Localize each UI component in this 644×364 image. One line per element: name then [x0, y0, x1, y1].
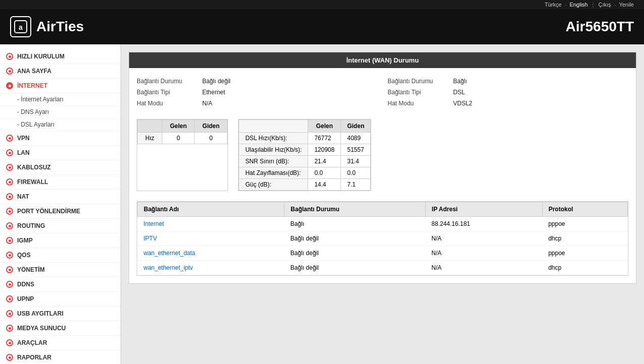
dsl-row-3: Hat Zayıflaması(dB): 0.0 0.0 [239, 167, 371, 179]
lang-english[interactable]: English [569, 2, 588, 8]
connection-table-row: IPTV Bağlı değil N/A dhcp [138, 231, 628, 246]
main-content: İnternet (WAN) Durumu Bağlantı Durumu Ba… [121, 44, 644, 364]
sidebar-subitem-internet-ayarlari[interactable]: - İnternet Ayarları [0, 93, 121, 106]
sidebar-item-firewall[interactable]: FIREWALL [0, 175, 121, 190]
bullet-icon [6, 252, 13, 259]
yenile-link[interactable]: Yenile [619, 2, 634, 8]
bullet-icon [6, 281, 13, 288]
sidebar-item-upnp[interactable]: UPNP [0, 292, 121, 307]
connection-name-cell: IPTV [138, 231, 284, 246]
sidebar-item-lan[interactable]: LAN [0, 146, 121, 160]
bullet-icon [6, 339, 13, 346]
sidebar-item-raporlar[interactable]: RAPORLAR [0, 350, 121, 364]
connection-table: Bağlantı Adı Bağlantı Durumu IP Adresi P… [137, 201, 628, 276]
sidebar-item-yonetim[interactable]: YÖNETİM [0, 263, 121, 277]
bullet-icon [6, 53, 13, 60]
giden-header: Giden [195, 120, 227, 133]
lang-turkce[interactable]: Türkçe [545, 2, 562, 8]
cikis-link[interactable]: Çıkış [599, 2, 611, 8]
connection-durum-cell: Bağlı değil [284, 261, 426, 275]
sidebar-item-hizli-kurulum[interactable]: HIZLI KURULUM [0, 49, 121, 64]
hiz-label: Hız [138, 133, 162, 144]
ethernet-speed-table: Gelen Giden Hız 0 0 [137, 119, 228, 191]
speed-tables: Gelen Giden Hız 0 0 [137, 119, 628, 191]
bullet-icon [6, 149, 13, 156]
logo-area: a AirTies [10, 16, 84, 37]
status-grid: Bağlantı Durumu Bağlı değil Bağlantı Tip… [137, 76, 628, 109]
dsl-row-2: SNR Sınırı (dB): 21.4 31.4 [239, 156, 371, 167]
sidebar-item-routing[interactable]: ROUTING [0, 219, 121, 233]
connection-table-row: wan_ethernet_iptv Bağlı değil N/A dhcp [138, 261, 628, 275]
sidebar-item-igmp[interactable]: IGMP [0, 233, 121, 248]
dsl-row-1: Ulaşılabilir Hız(Kb/s): 120908 51557 [239, 144, 371, 156]
sidebar-item-kablosuz[interactable]: KABLOSUZ [0, 160, 121, 175]
sidebar-item-medya-sunucu[interactable]: MEDYA SUNUCU [0, 321, 121, 336]
bullet-icon [6, 68, 13, 75]
panel-header: İnternet (WAN) Durumu [129, 52, 636, 68]
device-model: Air5650TT [566, 19, 634, 35]
hiz-gelen: 0 [162, 133, 195, 144]
bullet-icon [6, 266, 13, 273]
bullet-icon [6, 135, 13, 142]
connection-durum-cell: Bağlı [284, 217, 426, 231]
connection-ip-cell: 88.244.16.181 [426, 217, 543, 231]
sidebar: HIZLI KURULUM ANA SAYFA İNTERNET - İnter… [0, 44, 121, 364]
connection-protokol-cell: dhcp [542, 231, 627, 246]
right-baglanti-durumu-row: Bağlantı Durumu Bağlı [388, 76, 629, 87]
sidebar-subitem-dsl-ayarlari[interactable]: - DSL Ayarları [0, 118, 121, 131]
hiz-giden: 0 [195, 133, 227, 144]
gelen-header: Gelen [162, 120, 195, 133]
bullet-icon [6, 164, 13, 171]
connection-table-row: Internet Bağlı 88.244.16.181 pppoe [138, 217, 628, 231]
bullet-icon [6, 354, 13, 361]
dsl-giden-header: Giden [341, 120, 371, 133]
sidebar-item-araclar[interactable]: ARAÇLAR [0, 336, 121, 350]
sidebar-item-usb-aygitlari[interactable]: USB AYGITLARI [0, 307, 121, 321]
connection-name-link[interactable]: wan_ethernet_data [144, 250, 196, 257]
right-status-col: Bağlantı Durumu Bağlı Bağlantı Tipi DSL … [388, 76, 629, 109]
connection-ip-cell: N/A [426, 261, 543, 275]
sidebar-item-internet[interactable]: İNTERNET [0, 79, 121, 93]
dsl-speed-table: Gelen Giden DSL Hızı(Kb/s): 76772 4089 U… [238, 119, 371, 191]
bullet-icon [6, 222, 13, 229]
bullet-icon [6, 325, 13, 332]
bullet-icon [6, 237, 13, 244]
sidebar-item-nat[interactable]: NAT [0, 190, 121, 204]
connection-durum-cell: Bağlı değil [284, 246, 426, 261]
right-baglanti-tipi-row: Bağlantı Tipi DSL [388, 87, 629, 98]
connection-ip-cell: N/A [426, 246, 543, 261]
connection-name-cell: Internet [138, 217, 284, 231]
bullet-icon [6, 310, 13, 317]
sidebar-item-ana-sayfa[interactable]: ANA SAYFA [0, 64, 121, 79]
logo-text: AirTies [36, 19, 84, 35]
dsl-gelen-header: Gelen [308, 120, 341, 133]
left-status-col: Bağlantı Durumu Bağlı değil Bağlantı Tip… [137, 76, 378, 109]
top-bar: Türkçe - English | Çıkış - Yenile [0, 0, 644, 9]
dsl-row-4: Güç (dB): 14.4 7.1 [239, 179, 371, 191]
col-protokol: Protokol [542, 202, 627, 217]
col-baglanti-adi: Bağlantı Adı [138, 202, 284, 217]
sidebar-item-ddns[interactable]: DDNS [0, 277, 121, 292]
col-baglanti-durumu: Bağlantı Durumu [284, 202, 426, 217]
bullet-icon [6, 178, 13, 186]
left-hat-modu-row: Hat Modu N/A [137, 98, 378, 109]
connection-ip-cell: N/A [426, 231, 543, 246]
header: a AirTies Air5650TT [0, 9, 644, 44]
connection-protokol-cell: dhcp [542, 261, 627, 275]
connection-name-link[interactable]: IPTV [144, 235, 157, 242]
sidebar-subitem-dns-ayari[interactable]: - DNS Ayarı [0, 106, 121, 118]
left-baglanti-tipi-row: Bağlantı Tipi Ethernet [137, 87, 378, 98]
bullet-icon [6, 193, 13, 200]
sidebar-item-qos[interactable]: QoS [0, 248, 121, 263]
left-baglanti-durumu-row: Bağlantı Durumu Bağlı değil [137, 76, 378, 87]
connection-table-row: wan_ethernet_data Bağlı değil N/A pppoe [138, 246, 628, 261]
connection-name-link[interactable]: wan_ethernet_iptv [144, 264, 193, 271]
svg-text:a: a [19, 23, 23, 31]
panel-body: Bağlantı Durumu Bağlı değil Bağlantı Tip… [129, 68, 636, 283]
sidebar-item-port-yonlendirme[interactable]: PORT YÖNLENDİRME [0, 204, 121, 219]
connection-name-link[interactable]: Internet [144, 220, 164, 227]
wan-status-panel: İnternet (WAN) Durumu Bağlantı Durumu Ba… [129, 52, 636, 284]
sidebar-item-vpn[interactable]: VPN [0, 131, 121, 146]
bullet-icon [6, 208, 13, 215]
connection-name-cell: wan_ethernet_data [138, 246, 284, 261]
